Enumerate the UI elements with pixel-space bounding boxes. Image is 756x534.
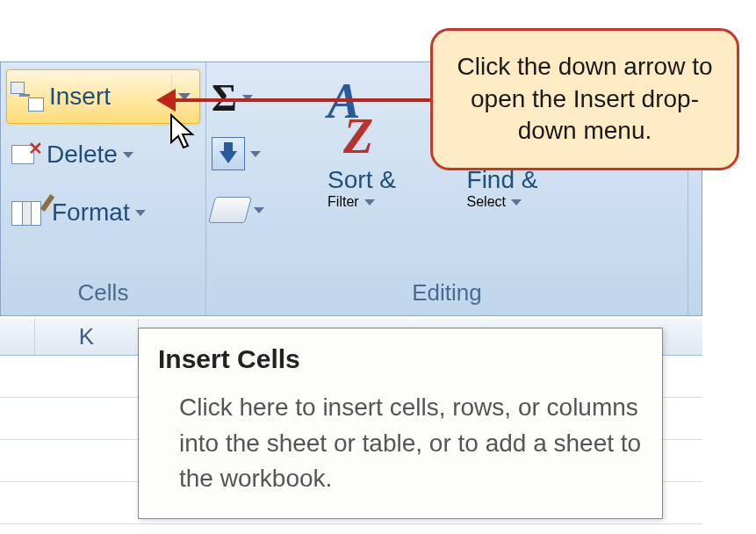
callout-text: Click the down arrow to open the Insert … [449,51,721,147]
column-header[interactable] [0,319,35,355]
delete-cells-icon: ✕ [10,140,41,170]
chevron-down-icon[interactable] [254,207,264,213]
tooltip-title: Insert Cells [158,344,643,374]
fill-down-icon [212,137,245,170]
insert-tooltip: Insert Cells Click here to insert cells,… [138,328,663,519]
chevron-down-icon [511,199,522,206]
chevron-down-icon[interactable] [135,210,146,216]
sort-az-icon: A Z [322,69,401,166]
find-select-label-2: Select [467,194,506,210]
cells-group-label: Cells [6,274,200,315]
format-label: Format [52,198,130,227]
autosum-button[interactable]: Σ [212,73,287,122]
delete-label: Delete [47,141,118,169]
chevron-down-icon[interactable] [123,152,133,158]
instruction-callout: Click the down arrow to open the Insert … [430,28,739,170]
callout-arrow-head [156,89,176,112]
editing-group-label: Editing [212,274,682,315]
tooltip-body: Click here to insert cells, rows, or col… [158,390,643,497]
format-button[interactable]: Format [6,185,200,240]
column-header-k[interactable]: K [35,319,139,355]
callout-arrow-line [170,98,432,102]
clear-button[interactable] [212,185,287,235]
sort-filter-label-2: Filter [328,194,359,210]
chevron-down-icon[interactable] [250,151,261,157]
cursor-icon [169,112,198,151]
sort-filter-label-1: Sort & [328,166,396,194]
fill-button[interactable] [212,129,287,178]
insert-cells-icon [11,82,44,112]
format-cells-icon [10,196,47,229]
eraser-icon [208,197,252,223]
insert-label: Insert [49,83,111,111]
chevron-down-icon [364,199,375,206]
sigma-icon: Σ [212,76,237,120]
